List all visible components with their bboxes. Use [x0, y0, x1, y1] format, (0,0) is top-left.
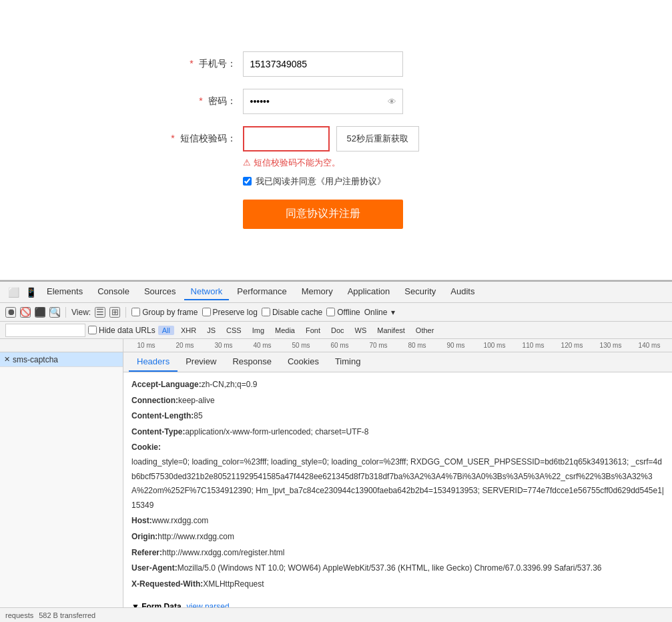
header-referer: Referer: http://www.rxdgg.com/register.h…: [131, 546, 664, 561]
tick-20ms: 20 ms: [165, 342, 204, 349]
search-icon[interactable]: 🔍: [49, 307, 60, 318]
disable-cache-checkbox[interactable]: [262, 308, 270, 316]
hide-data-urls-checkbox[interactable]: [88, 326, 97, 334]
phone-row: * 手机号：: [170, 51, 503, 77]
grid-view-icon[interactable]: ⊞: [109, 307, 120, 318]
password-wrapper: 👁: [243, 89, 403, 114]
dropdown-arrow[interactable]: ▾: [391, 308, 395, 317]
header-value: http://www.rxdgg.com/register.html: [162, 546, 284, 561]
bottom-requests-label: requests: [5, 611, 33, 619]
agree-checkbox[interactable]: [243, 177, 252, 186]
header-name: Host:: [131, 514, 152, 529]
tick-10ms: 10 ms: [127, 342, 165, 349]
bottom-size-label: 582 B transferred: [39, 611, 95, 619]
disable-cache-label[interactable]: Disable cache: [262, 308, 322, 317]
header-name: Cookie:: [131, 440, 161, 455]
header-content-length: Content-Length: 85: [131, 409, 664, 424]
header-name: Content-Length:: [131, 409, 194, 424]
offline-checkbox[interactable]: [326, 308, 335, 316]
header-name: User-Agent:: [131, 561, 178, 576]
tab-console[interactable]: Console: [91, 284, 136, 300]
offline-label[interactable]: Offline: [326, 308, 360, 317]
header-name: Content-Type:: [131, 425, 185, 440]
list-view-icon[interactable]: ☰: [95, 307, 105, 318]
preserve-log-label[interactable]: Preserve log: [202, 308, 258, 317]
tab-security[interactable]: Security: [398, 284, 442, 300]
separator-1: [65, 307, 66, 318]
required-star-password: *: [199, 95, 202, 106]
filter-all-btn[interactable]: All: [158, 326, 174, 335]
request-list: ✕ sms-captcha: [0, 352, 123, 607]
captcha-input[interactable]: [243, 126, 330, 151]
clear-icon[interactable]: 🚫: [20, 307, 31, 318]
sub-tab-timing[interactable]: Timing: [327, 352, 369, 372]
sub-tab-response[interactable]: Response: [224, 352, 280, 372]
header-value: keep-alive: [178, 394, 215, 408]
filter-other-btn[interactable]: Other: [412, 326, 438, 335]
preserve-log-checkbox[interactable]: [202, 308, 211, 316]
inspect-icon[interactable]: ⬜: [5, 284, 21, 300]
header-value: application/x-www-form-urlencoded; chars…: [185, 425, 368, 440]
eye-icon[interactable]: 👁: [388, 96, 396, 106]
network-detail-panel: ✕ sms-captcha Headers Preview Response C…: [0, 352, 672, 607]
filter-ws-btn[interactable]: WS: [351, 326, 371, 335]
record-icon[interactable]: ⏺: [5, 307, 16, 318]
header-user-agent: User-Agent: Mozilla/5.0 (Windows NT 10.0…: [131, 561, 664, 576]
filter-input[interactable]: [5, 324, 85, 337]
header-value: http://www.rxdgg.com: [157, 530, 234, 545]
required-star-phone: *: [190, 58, 193, 69]
tab-memory[interactable]: Memory: [295, 284, 340, 300]
captcha-row: * 短信校验码： 52秒后重新获取: [170, 126, 503, 151]
sub-tab-headers[interactable]: Headers: [129, 352, 178, 372]
header-value: www.rxdgg.com: [152, 514, 209, 529]
filter-js-btn[interactable]: JS: [203, 326, 220, 335]
sub-tab-cookies[interactable]: Cookies: [280, 352, 327, 372]
hide-data-urls-label[interactable]: Hide data URLs: [88, 326, 155, 335]
filter-manifest-btn[interactable]: Manifest: [373, 326, 409, 335]
headers-content: Accept-Language: zh-CN,zh;q=0.9 Connecti…: [123, 372, 672, 598]
form-data-section: ▼ Form Data view parsed mobile=151373490…: [123, 598, 672, 607]
header-origin: Origin: http://www.rxdgg.com: [131, 530, 664, 545]
agree-row: 我已阅读并同意《用户注册协议》: [243, 176, 503, 188]
get-captcha-button[interactable]: 52秒后重新获取: [336, 126, 419, 151]
tick-120ms: 120 ms: [553, 342, 591, 349]
submit-button[interactable]: 同意协议并注册: [243, 200, 403, 229]
header-name: X-Requested-With:: [131, 577, 203, 592]
timeline-ticks: 10 ms 20 ms 30 ms 40 ms 50 ms 60 ms 70 m…: [123, 339, 672, 352]
tab-network[interactable]: Network: [184, 284, 230, 300]
filter-img-btn[interactable]: Img: [248, 326, 268, 335]
filter-icon[interactable]: ⬛: [35, 307, 45, 318]
network-filter: Hide data URLs All XHR JS CSS Img Media …: [0, 322, 672, 339]
view-parsed-link[interactable]: view parsed: [187, 602, 230, 607]
device-icon[interactable]: 📱: [23, 284, 39, 300]
close-request-icon[interactable]: ✕: [4, 355, 10, 364]
tab-performance[interactable]: Performance: [230, 284, 293, 300]
header-value: zh-CN,zh;q=0.9: [202, 378, 258, 392]
filter-media-btn[interactable]: Media: [271, 326, 299, 335]
devtools-tabs: ⬜ 📱 Elements Console Sources Network Per…: [0, 282, 672, 303]
header-value: loading_style=0; loading_color=%23fff; l…: [131, 455, 664, 513]
phone-input[interactable]: [243, 51, 403, 77]
tab-sources[interactable]: Sources: [137, 284, 183, 300]
tick-60ms: 60 ms: [320, 342, 359, 349]
filter-css-btn[interactable]: CSS: [222, 326, 246, 335]
filter-doc-btn[interactable]: Doc: [327, 326, 348, 335]
separator-2: [125, 307, 126, 318]
sub-tab-preview[interactable]: Preview: [178, 352, 224, 372]
filter-font-btn[interactable]: Font: [302, 326, 324, 335]
request-detail: Headers Preview Response Cookies Timing …: [123, 352, 672, 607]
header-name: Referer:: [131, 546, 162, 561]
group-by-frame-checkbox[interactable]: [131, 308, 140, 316]
agree-text[interactable]: 我已阅读并同意《用户注册协议》: [256, 176, 386, 188]
tab-elements[interactable]: Elements: [40, 284, 89, 300]
tick-30ms: 30 ms: [204, 342, 243, 349]
tab-audits[interactable]: Audits: [444, 284, 481, 300]
group-by-frame-label[interactable]: Group by frame: [131, 308, 198, 317]
header-value: 85: [194, 409, 202, 424]
filter-xhr-btn[interactable]: XHR: [177, 326, 200, 335]
tick-70ms: 70 ms: [359, 342, 398, 349]
password-input[interactable]: [243, 89, 403, 114]
request-item-sms-captcha[interactable]: ✕ sms-captcha: [0, 352, 123, 367]
tab-application[interactable]: Application: [341, 284, 397, 300]
header-name: Connection:: [131, 394, 178, 408]
